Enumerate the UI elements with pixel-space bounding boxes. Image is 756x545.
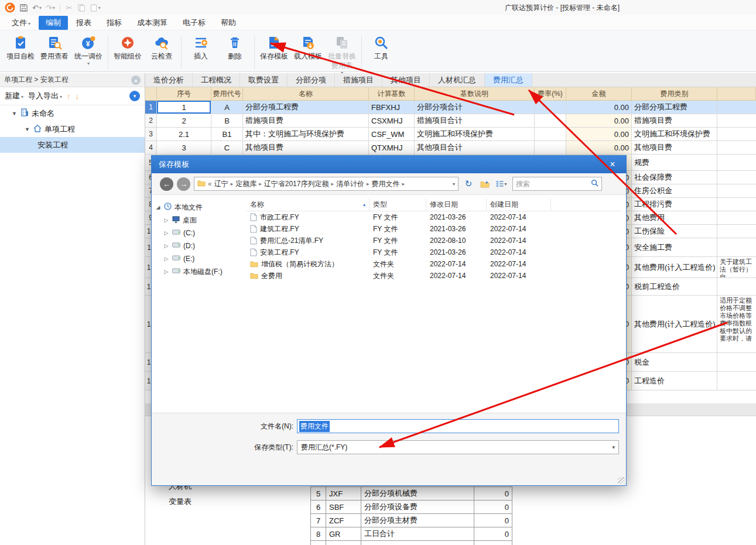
list-item-variable-table[interactable]: 变量表 [169, 496, 191, 507]
tab-project-overview[interactable]: 工程概况 [193, 73, 240, 87]
col-header-extra[interactable] [717, 87, 756, 101]
cell-category[interactable]: 其他项目费 [632, 141, 717, 154]
chevron-right-icon[interactable]: ▸ [259, 181, 262, 187]
cell-category[interactable]: 工程排污费 [632, 198, 717, 211]
self-check-button[interactable]: 项目自检 [6, 35, 35, 60]
filetype-select[interactable]: 费用汇总(*.FY) ▾ [297, 440, 619, 454]
table-row[interactable]: 4 3 C 其他项目费 QTXMHJ 其他项目合计 0.00 其他项目费 [145, 141, 756, 155]
app-logo-icon[interactable] [4, 2, 16, 13]
search-input[interactable] [512, 177, 602, 191]
menu-cost-calc[interactable]: 成本测算 [130, 16, 175, 30]
cell-seq[interactable]: 2.1 [157, 128, 211, 140]
table-row[interactable]: 8 GR 工日合计 0 [311, 527, 512, 541]
col-header-rate[interactable]: 费率(%) [535, 87, 566, 101]
cell-category[interactable]: 文明施工和环境保护费 [632, 128, 717, 140]
tree-item-desktop[interactable]: ▷ 桌面 [155, 214, 245, 227]
row-number[interactable]: 8 [311, 527, 326, 540]
cell-rate[interactable] [535, 101, 566, 114]
row-number[interactable]: 3 [145, 128, 157, 140]
cell-name[interactable]: 分部分项工程费 [243, 101, 369, 114]
cell-seq[interactable]: 1 [157, 101, 211, 114]
tab-measures[interactable]: 措施项目 [335, 73, 382, 87]
row-number[interactable]: 6 [311, 501, 326, 513]
chevron-right-icon[interactable]: ▸ [402, 181, 405, 187]
tab-other-items[interactable]: 其他项目 [382, 73, 430, 87]
row-number[interactable]: 2 [145, 114, 157, 127]
breadcrumb-segment[interactable]: 定额库 [235, 179, 256, 189]
chevron-right-icon[interactable]: ▸ [367, 181, 370, 187]
row-number[interactable]: 1 [145, 101, 157, 114]
cell-category[interactable]: 工程造价 [632, 372, 717, 390]
view-mode-icon[interactable]: ▾ [495, 177, 508, 190]
breadcrumb-segment[interactable]: 清单计价 [336, 179, 364, 189]
cell-category[interactable]: 税金 [632, 353, 717, 371]
cell-name[interactable]: 其他项目费 [243, 141, 369, 154]
tab-cost-analysis[interactable]: 造价分析 [145, 73, 193, 87]
cell-amount[interactable]: 0.00 [566, 101, 632, 114]
new-button[interactable]: 新建▾ [5, 91, 23, 101]
table-row[interactable]: 6 SBF 分部分项设备费 0 [311, 501, 512, 514]
cell-category[interactable]: 措施项目费 [632, 114, 717, 127]
breadcrumb-segment[interactable]: 费用文件 [372, 179, 400, 189]
expand-all-button[interactable]: ▾ [129, 91, 140, 101]
breadcrumb-segment[interactable]: 辽宁省2017序列定额 [264, 179, 329, 189]
cell-name[interactable]: 其中：文明施工与环境保护费 [243, 128, 369, 140]
row-number[interactable]: 5 [311, 487, 326, 500]
file-row[interactable]: 建筑工程.FY FY 文件 2021-03-26 2022-07-14 [247, 223, 621, 235]
delete-button[interactable]: 删除 [220, 35, 249, 60]
insert-button[interactable]: 插入 [186, 35, 215, 60]
tools-button[interactable]: 工具 [367, 35, 396, 60]
col-header-seq[interactable]: 序号 [157, 87, 211, 101]
menu-file[interactable]: 文件▾ [5, 16, 37, 30]
chevron-right-icon[interactable]: ▸ [331, 181, 334, 187]
dialog-titlebar[interactable]: 保存模板 × [152, 156, 626, 173]
menu-report[interactable]: 报表 [69, 16, 98, 30]
tree-item-drive-d[interactable]: ▷ (D:) [155, 239, 245, 252]
col-header-base-desc[interactable]: 基数说明 [415, 87, 535, 101]
tree-item-single-project[interactable]: ▼ 单项工程 [0, 121, 145, 137]
cell-name[interactable]: 分部分项设备费 [361, 501, 474, 513]
save-icon[interactable] [18, 2, 29, 13]
paste-icon[interactable]: ▾ [88, 2, 102, 13]
cell-code[interactable]: B [211, 114, 243, 127]
cell-seq[interactable]: 3 [157, 141, 211, 154]
cell-name[interactable]: 分部分项机械费 [361, 487, 474, 500]
cell-code[interactable]: B1 [211, 128, 243, 140]
cell-amount[interactable]: 0.00 [566, 128, 632, 140]
tree-item-drive-f[interactable]: ▷ 本地磁盘(F:) [155, 265, 245, 278]
tree-item-install-project[interactable]: 安装工程 [0, 137, 145, 153]
fee-view-button[interactable]: 费用查看 [40, 35, 69, 60]
cell-category[interactable]: 其他费用(计入工程造价) [632, 296, 717, 352]
cell-note[interactable] [717, 278, 756, 295]
menu-edit[interactable]: 编制 [39, 16, 68, 30]
cell-value[interactable]: 0 [474, 501, 512, 513]
col-header-base[interactable]: 计算基数 [369, 87, 415, 101]
smart-pricing-button[interactable]: 智能组价 [113, 35, 142, 60]
cell-note[interactable] [717, 353, 756, 371]
cell-value[interactable]: 0 [474, 487, 512, 500]
menu-help[interactable]: 帮助 [214, 16, 243, 30]
cell-note[interactable] [717, 238, 756, 256]
cell-code[interactable]: SBF [326, 501, 361, 513]
cell-base[interactable]: CSF_WM [369, 128, 415, 140]
cell-note[interactable] [717, 155, 756, 170]
menu-ebid[interactable]: 电子标 [176, 16, 213, 30]
cell-rate[interactable] [535, 141, 566, 154]
chevrons-left-icon[interactable]: « [208, 180, 212, 188]
table-row[interactable]: 1 1 A 分部分项工程费 FBFXHJ 分部分项合计 0.00 分部分项工程费 [145, 101, 756, 114]
col-header-modified[interactable]: 修改日期 [426, 198, 487, 211]
chevron-down-icon[interactable]: ▾ [453, 181, 455, 187]
col-header-name[interactable]: 名称▴ [247, 198, 370, 211]
row-number[interactable]: 7 [311, 514, 326, 527]
cell-code[interactable]: JXF [326, 487, 361, 500]
cell-category[interactable]: 规费 [632, 155, 717, 170]
import-export-button[interactable]: 导入导出▾ [28, 91, 62, 101]
resize-grip[interactable] [618, 477, 625, 484]
col-header-amount[interactable]: 金额 [566, 87, 632, 101]
close-icon[interactable]: × [606, 159, 619, 170]
forward-button[interactable]: → [177, 177, 190, 191]
cell-name[interactable]: 措施项目费 [243, 114, 369, 127]
cell-note[interactable] [717, 198, 756, 211]
cell-note[interactable] [717, 128, 756, 140]
table-row[interactable]: 2 2 B 措施项目费 CSXMHJ 措施项目合计 0.00 措施项目费 [145, 114, 756, 128]
